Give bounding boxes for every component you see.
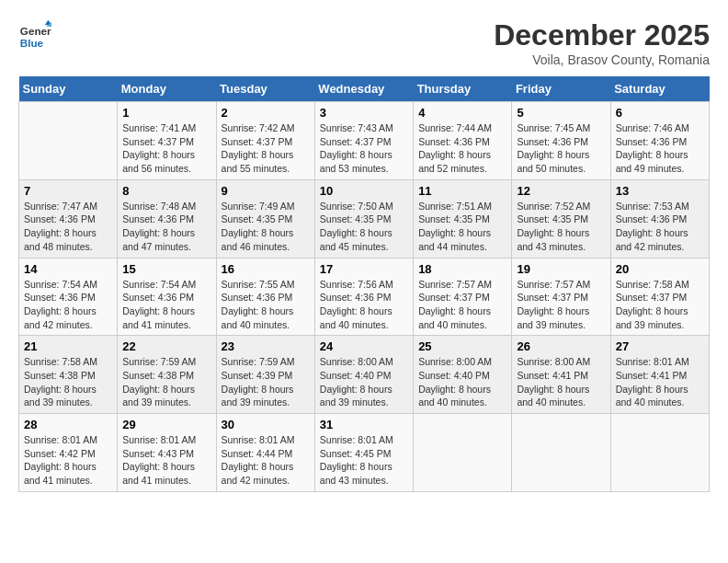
day-info: Sunrise: 7:59 AMSunset: 4:38 PMDaylight:… [122, 355, 210, 409]
calendar-cell: 8Sunrise: 7:48 AMSunset: 4:36 PMDaylight… [118, 179, 216, 258]
calendar-cell: 19Sunrise: 7:57 AMSunset: 4:37 PMDayligh… [512, 258, 610, 336]
day-info: Sunrise: 7:57 AMSunset: 4:37 PMDaylight:… [418, 278, 506, 332]
header-tuesday: Tuesday [216, 76, 314, 102]
day-number: 24 [320, 339, 408, 353]
page-title: December 2025 [494, 18, 710, 52]
calendar-cell: 24Sunrise: 8:00 AMSunset: 4:40 PMDayligh… [314, 336, 413, 414]
calendar-cell: 17Sunrise: 7:56 AMSunset: 4:36 PMDayligh… [314, 258, 413, 336]
day-info: Sunrise: 7:59 AMSunset: 4:39 PMDaylight:… [222, 355, 310, 409]
calendar-week-row: 7Sunrise: 7:47 AMSunset: 4:36 PMDaylight… [19, 179, 710, 258]
header-wednesday: Wednesday [314, 76, 413, 102]
page-subtitle: Voila, Brasov County, Romania [494, 52, 710, 67]
day-number: 8 [122, 184, 210, 198]
calendar-cell: 14Sunrise: 7:54 AMSunset: 4:36 PMDayligh… [19, 258, 118, 336]
calendar-cell: 5Sunrise: 7:45 AMSunset: 4:36 PMDaylight… [512, 102, 610, 180]
calendar-cell: 10Sunrise: 7:50 AMSunset: 4:35 PMDayligh… [314, 179, 413, 258]
day-info: Sunrise: 7:54 AMSunset: 4:36 PMDaylight:… [24, 278, 112, 332]
day-number: 19 [517, 262, 605, 276]
day-info: Sunrise: 8:01 AMSunset: 4:43 PMDaylight:… [122, 433, 210, 488]
calendar-cell: 23Sunrise: 7:59 AMSunset: 4:39 PMDayligh… [216, 336, 314, 414]
day-info: Sunrise: 7:55 AMSunset: 4:36 PMDaylight:… [222, 278, 310, 332]
day-number: 21 [24, 339, 112, 353]
day-info: Sunrise: 8:00 AMSunset: 4:41 PMDaylight:… [517, 355, 605, 409]
day-info: Sunrise: 7:51 AMSunset: 4:35 PMDaylight:… [418, 200, 506, 254]
calendar-cell: 1Sunrise: 7:41 AMSunset: 4:37 PMDaylight… [118, 102, 216, 180]
day-info: Sunrise: 8:01 AMSunset: 4:45 PMDaylight:… [320, 433, 408, 488]
calendar-cell: 18Sunrise: 7:57 AMSunset: 4:37 PMDayligh… [414, 258, 512, 336]
header-sunday: Sunday [19, 76, 118, 102]
day-number: 20 [616, 262, 704, 276]
day-number: 4 [418, 106, 506, 120]
day-number: 3 [320, 106, 408, 120]
day-info: Sunrise: 7:58 AMSunset: 4:37 PMDaylight:… [616, 278, 704, 332]
day-info: Sunrise: 7:58 AMSunset: 4:38 PMDaylight:… [24, 355, 112, 409]
header-saturday: Saturday [610, 76, 709, 102]
day-info: Sunrise: 7:50 AMSunset: 4:35 PMDaylight:… [320, 200, 408, 254]
day-number: 30 [222, 418, 310, 431]
day-info: Sunrise: 7:48 AMSunset: 4:36 PMDaylight:… [122, 200, 210, 254]
day-number: 22 [122, 339, 210, 353]
calendar-week-row: 21Sunrise: 7:58 AMSunset: 4:38 PMDayligh… [19, 336, 710, 414]
day-number: 14 [24, 262, 112, 276]
day-number: 1 [122, 106, 210, 120]
svg-text:Blue: Blue [20, 37, 44, 49]
calendar-cell [512, 414, 610, 492]
calendar-cell: 2Sunrise: 7:42 AMSunset: 4:37 PMDaylight… [216, 102, 314, 180]
day-info: Sunrise: 7:47 AMSunset: 4:36 PMDaylight:… [24, 200, 112, 254]
day-number: 10 [320, 184, 408, 198]
day-info: Sunrise: 7:46 AMSunset: 4:36 PMDaylight:… [616, 121, 704, 176]
day-number: 7 [24, 184, 112, 198]
calendar-header-row: SundayMondayTuesdayWednesdayThursdayFrid… [19, 76, 710, 102]
day-info: Sunrise: 7:43 AMSunset: 4:37 PMDaylight:… [320, 121, 408, 176]
day-info: Sunrise: 7:57 AMSunset: 4:37 PMDaylight:… [517, 278, 605, 332]
calendar-cell: 3Sunrise: 7:43 AMSunset: 4:37 PMDaylight… [314, 102, 413, 180]
calendar-cell: 29Sunrise: 8:01 AMSunset: 4:43 PMDayligh… [118, 414, 216, 492]
day-number: 28 [24, 418, 112, 431]
page-header: General Blue December 2025 Voila, Brasov… [18, 18, 710, 67]
day-info: Sunrise: 8:01 AMSunset: 4:41 PMDaylight:… [616, 355, 704, 409]
calendar-cell: 25Sunrise: 8:00 AMSunset: 4:40 PMDayligh… [414, 336, 512, 414]
day-number: 15 [122, 262, 210, 276]
calendar-cell: 16Sunrise: 7:55 AMSunset: 4:36 PMDayligh… [216, 258, 314, 336]
calendar-cell: 6Sunrise: 7:46 AMSunset: 4:36 PMDaylight… [610, 102, 709, 180]
day-info: Sunrise: 7:52 AMSunset: 4:35 PMDaylight:… [517, 200, 605, 254]
day-info: Sunrise: 7:54 AMSunset: 4:36 PMDaylight:… [122, 278, 210, 332]
calendar-cell: 4Sunrise: 7:44 AMSunset: 4:36 PMDaylight… [414, 102, 512, 180]
title-area: December 2025 Voila, Brasov County, Roma… [494, 18, 710, 67]
day-info: Sunrise: 8:00 AMSunset: 4:40 PMDaylight:… [320, 355, 408, 409]
calendar-cell: 13Sunrise: 7:53 AMSunset: 4:36 PMDayligh… [610, 179, 709, 258]
day-number: 29 [122, 418, 210, 431]
day-number: 5 [517, 106, 605, 120]
day-info: Sunrise: 8:01 AMSunset: 4:42 PMDaylight:… [24, 433, 112, 488]
day-number: 23 [222, 339, 310, 353]
day-number: 2 [222, 106, 310, 120]
calendar-cell: 11Sunrise: 7:51 AMSunset: 4:35 PMDayligh… [414, 179, 512, 258]
logo-icon: General Blue [18, 18, 51, 52]
day-number: 11 [418, 184, 506, 198]
header-monday: Monday [118, 76, 216, 102]
calendar-cell: 28Sunrise: 8:01 AMSunset: 4:42 PMDayligh… [19, 414, 118, 492]
calendar-week-row: 14Sunrise: 7:54 AMSunset: 4:36 PMDayligh… [19, 258, 710, 336]
day-info: Sunrise: 7:53 AMSunset: 4:36 PMDaylight:… [616, 200, 704, 254]
calendar-cell: 21Sunrise: 7:58 AMSunset: 4:38 PMDayligh… [19, 336, 118, 414]
day-info: Sunrise: 7:56 AMSunset: 4:36 PMDaylight:… [320, 278, 408, 332]
day-number: 12 [517, 184, 605, 198]
calendar-cell [610, 414, 709, 492]
day-info: Sunrise: 7:41 AMSunset: 4:37 PMDaylight:… [122, 121, 210, 176]
day-info: Sunrise: 7:42 AMSunset: 4:37 PMDaylight:… [222, 121, 310, 176]
calendar-cell: 12Sunrise: 7:52 AMSunset: 4:35 PMDayligh… [512, 179, 610, 258]
day-number: 6 [616, 106, 704, 120]
day-number: 16 [222, 262, 310, 276]
day-number: 27 [616, 339, 704, 353]
calendar-cell: 20Sunrise: 7:58 AMSunset: 4:37 PMDayligh… [610, 258, 709, 336]
calendar-week-row: 1Sunrise: 7:41 AMSunset: 4:37 PMDaylight… [19, 102, 710, 180]
calendar-cell: 30Sunrise: 8:01 AMSunset: 4:44 PMDayligh… [216, 414, 314, 492]
calendar-cell [414, 414, 512, 492]
day-number: 9 [222, 184, 310, 198]
calendar-cell: 26Sunrise: 8:00 AMSunset: 4:41 PMDayligh… [512, 336, 610, 414]
calendar-cell [19, 102, 118, 180]
day-number: 18 [418, 262, 506, 276]
day-number: 25 [418, 339, 506, 353]
day-number: 13 [616, 184, 704, 198]
day-number: 26 [517, 339, 605, 353]
